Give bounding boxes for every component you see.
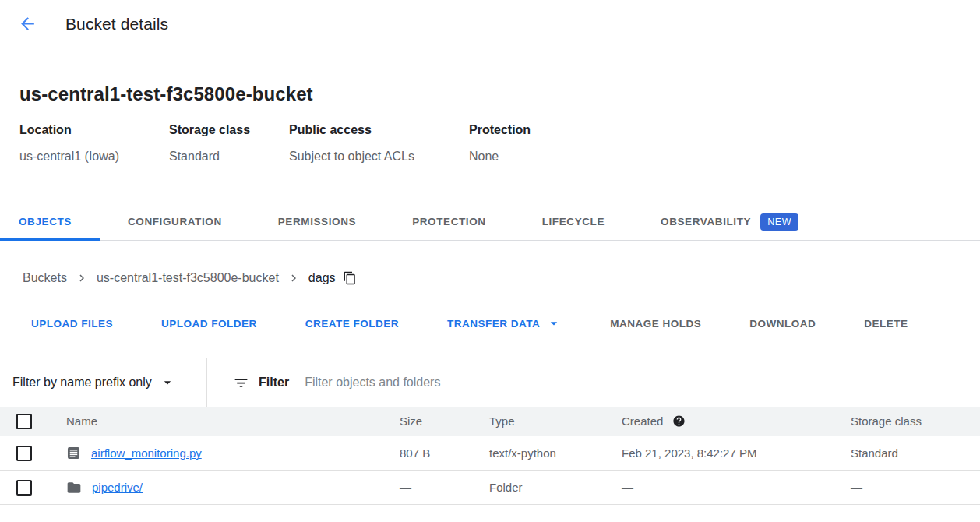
manage-holds-button[interactable]: MANAGE HOLDS (588, 309, 723, 337)
tab-objects[interactable]: OBJECTS (0, 203, 100, 240)
cell-type: text/x-python (489, 446, 622, 460)
meta-value-storage-class: Standard (169, 150, 289, 164)
column-header-type: Type (489, 414, 622, 428)
tab-observability[interactable]: OBSERVABILITY NEW (633, 203, 827, 240)
cell-size: — (400, 481, 489, 494)
bucket-name-heading: us-central1-test-f3c5800e-bucket (19, 83, 961, 105)
cell-size: 807 B (400, 446, 489, 460)
cell-type: Folder (489, 481, 622, 494)
column-header-storage-class: Storage class (851, 414, 980, 428)
breadcrumb: Buckets us-central1-test-f3c5800e-bucket… (0, 267, 980, 289)
tab-bar: OBJECTS CONFIGURATION PERMISSIONS PROTEC… (0, 203, 980, 241)
tab-configuration-label: CONFIGURATION (128, 216, 222, 227)
filter-mode-dropdown[interactable]: Filter by name prefix only (0, 375, 206, 390)
upload-files-button[interactable]: UPLOAD FILES (9, 309, 135, 337)
created-help-button[interactable] (672, 414, 686, 428)
new-badge: NEW (760, 213, 798, 231)
tab-permissions[interactable]: PERMISSIONS (250, 203, 384, 240)
meta-value-location: us-central1 (Iowa) (19, 150, 169, 164)
upload-folder-button[interactable]: UPLOAD FOLDER (139, 309, 279, 337)
select-row-checkbox[interactable] (16, 480, 32, 496)
file-icon (66, 446, 81, 460)
filter-label: Filter (259, 376, 289, 390)
meta-label-public-access: Public access (289, 123, 469, 137)
transfer-data-button[interactable]: TRANSFER DATA (425, 309, 583, 337)
tab-protection-label: PROTECTION (412, 216, 486, 227)
tab-observability-label: OBSERVABILITY (661, 216, 751, 227)
app-bar: Bucket details (0, 0, 980, 48)
folder-icon (66, 480, 82, 496)
object-toolbar: UPLOAD FILES UPLOAD FOLDER CREATE FOLDER… (0, 306, 980, 340)
cell-created: — (622, 481, 851, 494)
create-folder-button[interactable]: CREATE FOLDER (284, 309, 421, 337)
meta-label-storage-class: Storage class (169, 123, 289, 137)
delete-button[interactable]: DELETE (842, 309, 929, 337)
folder-link[interactable]: pipedrive/ (92, 481, 143, 494)
content-copy-icon (343, 271, 357, 285)
arrow-left-icon (18, 14, 37, 34)
breadcrumb-buckets[interactable]: Buckets (23, 271, 67, 285)
bucket-meta: Location us-central1 (Iowa) Storage clas… (19, 123, 961, 164)
filter-mode-label: Filter by name prefix only (12, 376, 152, 390)
tab-protection[interactable]: PROTECTION (384, 203, 514, 240)
meta-value-public-access: Subject to object ACLs (289, 150, 469, 164)
column-header-size: Size (400, 414, 489, 428)
cell-storage-class: — (851, 481, 980, 494)
transfer-data-label: TRANSFER DATA (447, 318, 540, 330)
breadcrumb-current-folder: dags (308, 271, 336, 285)
arrow-drop-down-icon (160, 375, 175, 390)
vertical-divider (206, 358, 207, 407)
cell-created: Feb 21, 2023, 8:42:27 PM (622, 446, 851, 460)
filter-input[interactable] (303, 375, 980, 390)
bucket-summary: us-central1-test-f3c5800e-bucket Locatio… (0, 48, 980, 164)
select-all-checkbox[interactable] (16, 414, 32, 429)
select-row-checkbox[interactable] (16, 446, 32, 461)
filter-list-icon (233, 375, 249, 391)
download-button[interactable]: DOWNLOAD (728, 309, 837, 337)
cell-storage-class: Standard (851, 446, 980, 460)
breadcrumb-bucket-name[interactable]: us-central1-test-f3c5800e-bucket (97, 271, 279, 285)
tab-permissions-label: PERMISSIONS (278, 216, 356, 227)
meta-value-protection: None (469, 150, 531, 164)
column-header-name: Name (66, 414, 400, 428)
back-button[interactable] (17, 14, 37, 34)
copy-path-button[interactable] (343, 271, 357, 285)
column-header-created: Created (622, 414, 663, 428)
meta-label-protection: Protection (469, 123, 531, 137)
chevron-right-icon (75, 271, 89, 285)
tab-objects-label: OBJECTS (19, 216, 72, 227)
table-header: Name Size Type Created Storage class (0, 407, 980, 436)
tab-lifecycle-label: LIFECYCLE (542, 216, 605, 227)
tab-configuration[interactable]: CONFIGURATION (100, 203, 250, 240)
table-row: airflow_monitoring.py 807 B text/x-pytho… (0, 436, 980, 471)
meta-label-location: Location (19, 123, 169, 137)
help-icon (672, 414, 686, 428)
table-row: pipedrive/ — Folder — — (0, 471, 980, 505)
page-title: Bucket details (65, 15, 168, 34)
filter-row: Filter by name prefix only Filter (0, 358, 980, 407)
chevron-right-icon (287, 271, 301, 285)
object-link[interactable]: airflow_monitoring.py (91, 446, 202, 460)
tab-lifecycle[interactable]: LIFECYCLE (514, 203, 633, 240)
arrow-drop-down-icon (546, 316, 562, 331)
